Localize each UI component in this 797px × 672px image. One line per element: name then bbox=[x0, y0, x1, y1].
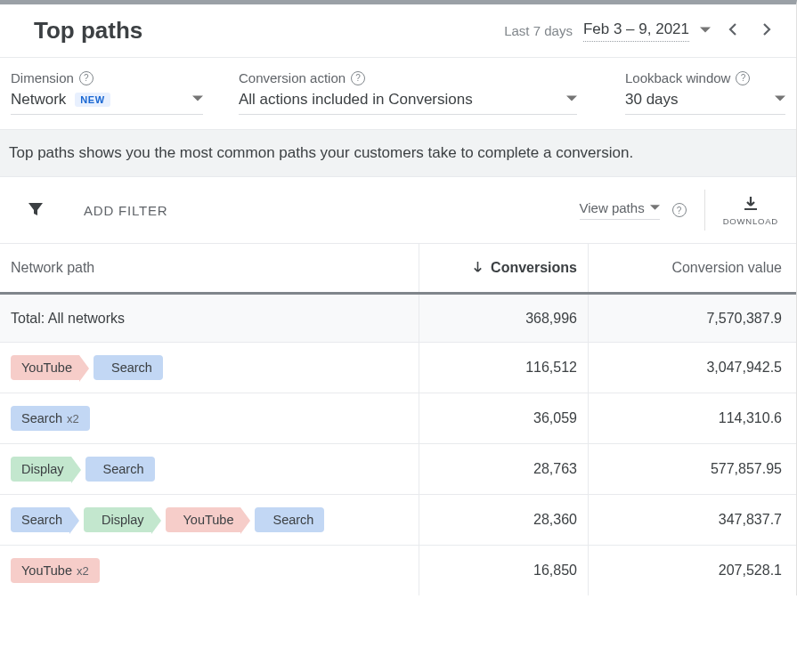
date-range-label: Last 7 days bbox=[504, 23, 573, 38]
path-chip-search: Search bbox=[255, 507, 324, 532]
path-cell: YouTubex2 bbox=[0, 546, 419, 595]
path-chip-search: Search bbox=[94, 355, 163, 380]
path-cell: SearchDisplayYouTubeSearch bbox=[0, 495, 419, 545]
table-row[interactable]: SearchDisplayYouTubeSearch28,360347,837.… bbox=[0, 495, 796, 546]
column-header-conversions[interactable]: Conversions bbox=[419, 244, 588, 292]
filter-bar: Dimension ? Network NEW Conversion actio… bbox=[0, 58, 796, 130]
conversion-action-value: All actions included in Conversions bbox=[239, 91, 473, 109]
view-paths-label: View paths bbox=[580, 200, 645, 215]
download-button[interactable]: DOWNLOAD bbox=[723, 195, 778, 226]
chip-label: Search bbox=[272, 513, 313, 527]
path-chip-youtube: YouTube bbox=[166, 507, 241, 532]
chip-multiplier: x2 bbox=[67, 412, 79, 425]
total-value: 7,570,387.9 bbox=[588, 295, 796, 342]
help-icon[interactable]: ? bbox=[672, 203, 687, 217]
add-filter-button[interactable]: ADD FILTER bbox=[84, 203, 167, 218]
dimension-label: Dimension bbox=[11, 70, 74, 85]
chip-multiplier: x2 bbox=[77, 564, 89, 578]
column-header-conversions-label: Conversions bbox=[491, 260, 577, 276]
table-header-row: Network path Conversions Conversion valu… bbox=[0, 244, 796, 295]
dimension-filter[interactable]: Dimension ? Network NEW bbox=[11, 70, 203, 115]
lookback-label: Lookback window bbox=[625, 70, 730, 85]
chip-label: YouTube bbox=[21, 360, 72, 375]
description-text: Top paths shows you the most common path… bbox=[0, 130, 796, 177]
chip-label: Search bbox=[21, 513, 62, 527]
conversion-action-filter[interactable]: Conversion action ? All actions included… bbox=[239, 70, 577, 115]
path-chip-youtube: YouTubex2 bbox=[11, 558, 100, 583]
path-chip-display: Display bbox=[84, 507, 151, 532]
path-cell: DisplaySearch bbox=[0, 444, 419, 494]
page-title: Top paths bbox=[34, 17, 142, 45]
table-row[interactable]: DisplaySearch28,763577,857.95 bbox=[0, 444, 796, 495]
date-range-value[interactable]: Feb 3 – 9, 2021 bbox=[583, 20, 689, 42]
table-row[interactable]: YouTubeSearch116,5123,047,942.5 bbox=[0, 343, 796, 393]
chevron-down-icon[interactable] bbox=[566, 93, 577, 107]
next-period-button[interactable] bbox=[755, 18, 778, 44]
conversions-cell: 36,059 bbox=[419, 393, 588, 443]
table-row[interactable]: YouTubex216,850207,528.1 bbox=[0, 546, 796, 595]
conversion-value-cell: 207,528.1 bbox=[588, 546, 796, 595]
chip-label: YouTube bbox=[183, 513, 234, 527]
chip-label: Display bbox=[102, 513, 144, 527]
lookback-value: 30 days bbox=[625, 91, 679, 109]
chevron-down-icon[interactable] bbox=[192, 93, 203, 107]
conversion-value-cell: 3,047,942.5 bbox=[588, 343, 796, 393]
conversion-value-cell: 347,837.7 bbox=[588, 495, 796, 545]
dimension-value: Network bbox=[11, 91, 66, 109]
chevron-down-icon[interactable] bbox=[775, 93, 785, 107]
chip-label: Display bbox=[21, 462, 64, 476]
conversion-action-label: Conversion action bbox=[239, 70, 346, 85]
paths-table: Network path Conversions Conversion valu… bbox=[0, 244, 796, 595]
view-paths-dropdown[interactable]: View paths bbox=[580, 200, 660, 220]
conversion-value-cell: 114,310.6 bbox=[588, 393, 796, 443]
path-chip-search: Search bbox=[85, 457, 155, 482]
path-chip-display: Display bbox=[11, 457, 71, 482]
path-chip-youtube: YouTube bbox=[11, 355, 79, 380]
path-chip-search: Searchx2 bbox=[11, 406, 90, 431]
conversion-value-cell: 577,857.95 bbox=[588, 444, 796, 494]
chip-label: Search bbox=[111, 360, 152, 375]
conversions-cell: 116,512 bbox=[419, 343, 588, 393]
table-toolbar: ADD FILTER View paths ? DOWNLOAD bbox=[0, 177, 796, 244]
help-icon[interactable]: ? bbox=[736, 71, 750, 85]
path-cell: YouTubeSearch bbox=[0, 343, 419, 393]
total-label: Total: All networks bbox=[0, 295, 419, 342]
download-label: DOWNLOAD bbox=[723, 216, 778, 226]
sort-desc-icon bbox=[472, 260, 484, 276]
chip-label: Search bbox=[21, 411, 62, 425]
new-badge: NEW bbox=[75, 93, 110, 107]
conversions-cell: 28,360 bbox=[419, 495, 588, 545]
divider bbox=[704, 190, 705, 231]
table-row[interactable]: Searchx236,059114,310.6 bbox=[0, 393, 796, 444]
total-conversions: 368,996 bbox=[419, 295, 588, 342]
column-header-path[interactable]: Network path bbox=[0, 244, 419, 292]
download-icon bbox=[742, 195, 760, 213]
prev-period-button[interactable] bbox=[721, 18, 744, 44]
date-range-caret-icon[interactable] bbox=[700, 24, 711, 38]
help-icon[interactable]: ? bbox=[351, 71, 365, 85]
conversions-cell: 16,850 bbox=[419, 546, 588, 595]
page-header: Top paths Last 7 days Feb 3 – 9, 2021 bbox=[0, 4, 796, 58]
filter-icon[interactable] bbox=[27, 200, 45, 221]
help-icon[interactable]: ? bbox=[79, 71, 94, 85]
lookback-filter[interactable]: Lookback window ? 30 days bbox=[625, 70, 785, 115]
path-chip-search: Search bbox=[11, 507, 69, 532]
chip-label: Search bbox=[103, 462, 144, 476]
path-cell: Searchx2 bbox=[0, 393, 419, 443]
table-total-row: Total: All networks 368,996 7,570,387.9 bbox=[0, 295, 796, 343]
chip-label: YouTube bbox=[21, 563, 72, 578]
conversions-cell: 28,763 bbox=[419, 444, 588, 494]
column-header-value[interactable]: Conversion value bbox=[588, 244, 796, 292]
